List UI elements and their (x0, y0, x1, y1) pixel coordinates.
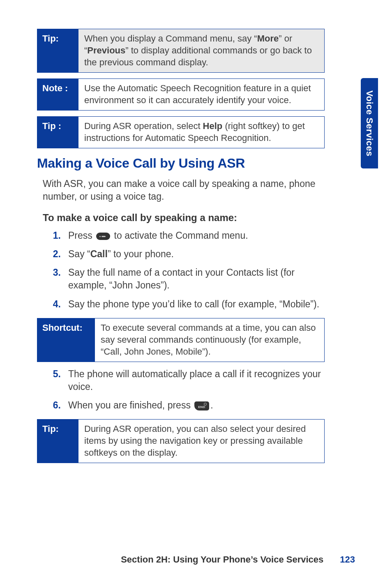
tip-callout-2: Tip : During ASR operation, select Help … (37, 116, 325, 148)
footer-page-number: 123 (340, 554, 355, 565)
step-text: Say “Call” to your phone. (68, 248, 325, 261)
voice-services-key-icon (96, 233, 110, 240)
text: . (210, 400, 213, 410)
step-number: 3. (48, 266, 61, 292)
step-number: 2. (48, 248, 61, 261)
step-1: 1. Press to activate the Command menu. (48, 229, 325, 242)
section-heading: Making a Voice Call by Using ASR (37, 156, 325, 171)
callout-body: When you display a Command menu, say “Mo… (78, 29, 324, 72)
callout-label: Tip : (37, 117, 78, 148)
section-side-tab: Voice Services (361, 78, 378, 168)
step-5: 5. The phone will automatically place a … (48, 368, 325, 393)
callout-body: To execute several commands at a time, y… (95, 318, 324, 362)
callout-body: Use the Automatic Speech Recognition fea… (78, 79, 324, 110)
tip-callout-3: Tip: During ASR operation, you can also … (37, 419, 325, 463)
step-text: Say the full name of a contact in your C… (68, 266, 325, 292)
footer-section-title: Section 2H: Using Your Phone’s Voice Ser… (121, 554, 323, 565)
page-content: Tip: When you display a Command menu, sa… (37, 29, 325, 463)
text-bold: More (257, 33, 279, 44)
step-4: 4. Say the phone type you’d like to call… (48, 298, 325, 311)
callout-label: Note : (37, 79, 78, 110)
step-text: Press to activate the Command menu. (68, 229, 325, 242)
text: During ASR operation, select (84, 121, 203, 131)
callout-label: Tip: (37, 29, 78, 72)
callout-label: Shortcut: (37, 318, 95, 362)
section-side-tab-label: Voice Services (364, 90, 375, 157)
step-number: 4. (48, 298, 61, 311)
step-3: 3. Say the full name of a contact in you… (48, 266, 325, 292)
step-number: 1. (48, 229, 61, 242)
callout-body: During ASR operation, select Help (right… (78, 117, 324, 148)
text: Press (68, 230, 95, 241)
page-footer: Section 2H: Using Your Phone’s Voice Ser… (37, 554, 355, 565)
step-6: 6. When you are finished, press . (48, 399, 325, 412)
text: When you are finished, press (68, 400, 193, 410)
text: Say “ (68, 249, 90, 259)
step-text: The phone will automatically place a cal… (68, 368, 325, 393)
text: to activate the Command menu. (111, 230, 248, 241)
text: When you display a Command menu, say “ (84, 33, 257, 44)
procedure-subhead: To make a voice call by speaking a name: (43, 212, 325, 224)
text-bold: Call (90, 249, 108, 259)
text: ” to your phone. (108, 249, 174, 259)
text-bold: Help (203, 121, 223, 131)
note-callout: Note : Use the Automatic Speech Recognit… (37, 78, 325, 111)
tip-callout-1: Tip: When you display a Command menu, sa… (37, 29, 325, 73)
section-lede: With ASR, you can make a voice call by s… (43, 178, 325, 203)
callout-body: During ASR operation, you can also selec… (78, 420, 324, 463)
step-number: 5. (48, 368, 61, 393)
step-text: When you are finished, press . (68, 399, 325, 412)
step-number: 6. (48, 399, 61, 412)
callout-label: Tip: (37, 420, 78, 463)
steps-list-a: 1. Press to activate the Command menu. 2… (48, 229, 325, 310)
text-bold: Previous (87, 45, 125, 55)
end-key-icon (194, 401, 209, 410)
step-2: 2. Say “Call” to your phone. (48, 248, 325, 261)
steps-list-b: 5. The phone will automatically place a … (48, 368, 325, 412)
shortcut-callout: Shortcut: To execute several commands at… (37, 318, 325, 362)
step-text: Say the phone type you’d like to call (f… (68, 298, 325, 311)
